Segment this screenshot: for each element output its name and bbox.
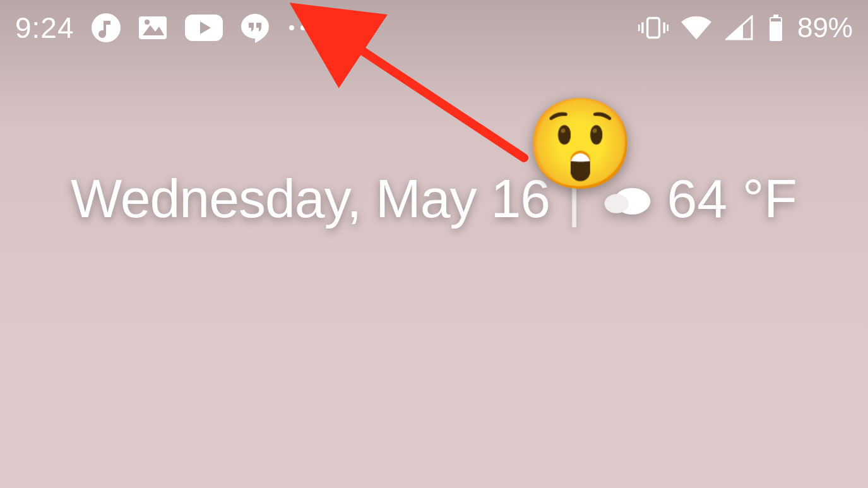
status-clock: 9:24 [15,11,74,45]
status-bar-right: 89% [638,12,853,44]
music-note-icon [91,13,121,43]
svg-line-17 [348,42,524,158]
at-a-glance-widget[interactable]: Wednesday, May 16 | 64 °F [0,167,868,230]
notification-overflow-icon [287,25,306,30]
android-home-screen: 9:24 [0,0,868,488]
svg-point-3 [145,20,150,25]
date-text: Wednesday, May 16 [71,167,550,230]
battery-icon [767,13,785,43]
svg-rect-1 [139,16,167,39]
svg-rect-13 [771,18,781,21]
vibrate-icon [638,13,669,43]
battery-percent: 89% [797,12,853,44]
photos-icon [138,13,168,43]
wifi-icon [681,13,711,43]
svg-rect-7 [641,22,643,33]
hangouts-quote-icon [240,13,270,43]
cell-signal-icon [724,13,754,43]
svg-rect-9 [663,22,665,33]
svg-rect-11 [773,15,778,17]
youtube-icon [184,13,223,43]
annotation-arrow [0,0,868,488]
svg-rect-6 [647,18,659,38]
svg-point-15 [605,194,629,213]
astonished-face-emoji: 😲 [525,100,636,188]
svg-rect-10 [667,25,669,31]
status-bar-left: 9:24 [15,11,306,45]
status-bar[interactable]: 9:24 [0,0,868,56]
temperature-text: 64 °F [667,167,797,230]
svg-rect-8 [638,25,640,31]
